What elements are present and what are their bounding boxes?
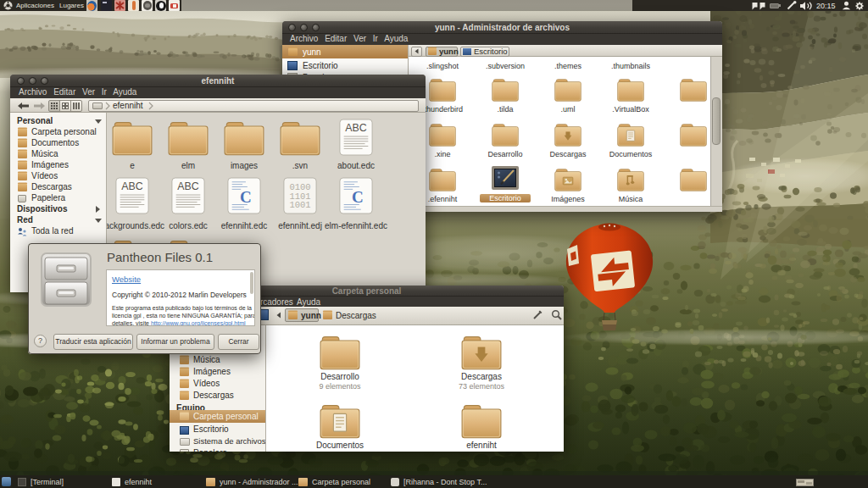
svg-text:ABC: ABC	[121, 180, 143, 192]
svg-text:ABC: ABC	[345, 122, 367, 134]
svg-text:C: C	[240, 188, 252, 206]
svg-text:ABC: ABC	[177, 180, 199, 192]
svg-text:C: C	[352, 188, 364, 206]
svg-text:1001: 1001	[289, 200, 310, 210]
